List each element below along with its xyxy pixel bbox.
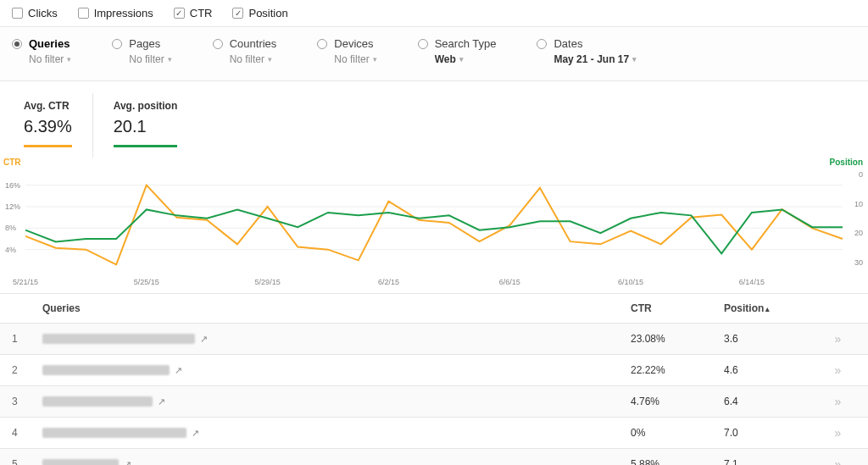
position-cell: 4.6 bbox=[724, 364, 817, 376]
position-cell: 6.4 bbox=[724, 396, 817, 407]
svg-text:5/25/15: 5/25/15 bbox=[134, 278, 159, 286]
dimension-label: Devices bbox=[334, 37, 373, 50]
svg-text:5/21/15: 5/21/15 bbox=[13, 278, 38, 286]
card-avg-position[interactable]: Avg. position 20.1 bbox=[93, 93, 198, 158]
radio-icon bbox=[317, 39, 327, 49]
table-row[interactable]: 3↗4.76%6.4» bbox=[0, 386, 868, 418]
radio-icon bbox=[112, 39, 122, 49]
position-cell: 7.0 bbox=[724, 427, 817, 439]
left-axis-label: CTR bbox=[3, 158, 21, 167]
sort-ascending-icon: ▴ bbox=[765, 305, 770, 313]
metric-impressions[interactable]: Impressions bbox=[78, 7, 153, 19]
table-header: Queries CTR Position▴ bbox=[0, 294, 868, 324]
metric-toggle-row: Clicks Impressions CTR Position bbox=[0, 0, 868, 27]
caret-down-icon: ▾ bbox=[168, 55, 172, 64]
dimension-label: Dates bbox=[554, 37, 582, 50]
svg-text:16%: 16% bbox=[5, 181, 20, 190]
dimension-filter[interactable]: No filter ▾ bbox=[112, 53, 171, 65]
dimension-filter[interactable]: May 21 - Jun 17 ▾ bbox=[537, 53, 637, 65]
caret-down-icon: ▾ bbox=[373, 55, 377, 64]
card-underline bbox=[114, 145, 178, 147]
expand-row-icon[interactable]: » bbox=[817, 395, 856, 408]
dimension-filter[interactable]: No filter ▾ bbox=[12, 53, 71, 65]
row-index: 5 bbox=[12, 458, 42, 465]
table-row[interactable]: 1↗23.08%3.6» bbox=[0, 324, 868, 355]
external-link-icon[interactable]: ↗ bbox=[175, 365, 182, 376]
query-cell[interactable]: ↗ bbox=[42, 334, 631, 345]
external-link-icon[interactable]: ↗ bbox=[158, 396, 165, 407]
query-cell[interactable]: ↗ bbox=[42, 428, 631, 439]
card-underline bbox=[24, 145, 72, 147]
radio-icon bbox=[12, 39, 22, 49]
radio-icon bbox=[537, 39, 547, 49]
svg-text:6/14/15: 6/14/15 bbox=[739, 278, 765, 286]
svg-text:6/10/15: 6/10/15 bbox=[618, 278, 643, 286]
expand-row-icon[interactable]: » bbox=[817, 363, 856, 377]
line-chart[interactable]: 4%8%12%16%01020305/21/155/25/155/29/156/… bbox=[3, 163, 865, 290]
dimension-search-type[interactable]: Search Type Web ▾ bbox=[418, 37, 497, 65]
col-queries[interactable]: Queries bbox=[42, 302, 631, 314]
dimension-devices[interactable]: Devices No filter ▾ bbox=[317, 37, 376, 65]
svg-text:0: 0 bbox=[859, 170, 863, 179]
dimension-label: Queries bbox=[29, 37, 70, 50]
query-text-redacted bbox=[42, 365, 170, 375]
dimension-label: Pages bbox=[129, 37, 160, 50]
metric-label: CTR bbox=[190, 7, 213, 19]
query-cell[interactable]: ↗ bbox=[42, 459, 631, 466]
ctr-cell: 22.22% bbox=[631, 364, 724, 376]
dimension-dates[interactable]: Dates May 21 - Jun 17 ▾ bbox=[537, 37, 637, 65]
position-series[interactable] bbox=[25, 209, 843, 253]
col-ctr[interactable]: CTR bbox=[631, 302, 724, 314]
dimension-pages[interactable]: Pages No filter ▾ bbox=[112, 37, 171, 65]
ctr-cell: 4.76% bbox=[631, 396, 724, 407]
metric-clicks[interactable]: Clicks bbox=[12, 7, 58, 19]
checkbox-icon bbox=[12, 8, 23, 19]
dimension-filter[interactable]: Web ▾ bbox=[418, 53, 497, 65]
checkbox-icon bbox=[174, 8, 185, 19]
expand-row-icon[interactable]: » bbox=[817, 332, 856, 346]
svg-text:8%: 8% bbox=[5, 224, 16, 232]
row-index: 2 bbox=[12, 364, 42, 376]
table-row[interactable]: 4↗0%7.0» bbox=[0, 418, 868, 449]
kpi-cards: Avg. CTR 6.39% Avg. position 20.1 bbox=[0, 81, 868, 158]
expand-row-icon[interactable]: » bbox=[817, 426, 856, 440]
row-index: 3 bbox=[12, 396, 42, 407]
query-text-redacted bbox=[42, 396, 153, 407]
query-text-redacted bbox=[42, 334, 195, 344]
ctr-cell: 23.08% bbox=[631, 333, 724, 345]
metric-ctr[interactable]: CTR bbox=[174, 7, 213, 19]
row-index: 1 bbox=[12, 333, 42, 345]
dimension-countries[interactable]: Countries No filter ▾ bbox=[213, 37, 277, 65]
card-title: Avg. CTR bbox=[24, 100, 72, 112]
external-link-icon[interactable]: ↗ bbox=[200, 334, 208, 345]
query-cell[interactable]: ↗ bbox=[42, 396, 631, 407]
expand-row-icon[interactable]: » bbox=[817, 457, 856, 465]
caret-down-icon: ▾ bbox=[67, 55, 71, 64]
checkbox-icon bbox=[232, 8, 243, 19]
dimension-queries[interactable]: Queries No filter ▾ bbox=[12, 37, 71, 65]
row-index: 4 bbox=[12, 427, 42, 439]
table-row[interactable]: 5↗5.88%7.1» bbox=[0, 449, 868, 465]
table-row[interactable]: 2↗22.22%4.6» bbox=[0, 355, 868, 386]
query-cell[interactable]: ↗ bbox=[42, 365, 631, 376]
card-avg-ctr[interactable]: Avg. CTR 6.39% bbox=[3, 93, 93, 158]
position-cell: 7.1 bbox=[724, 458, 817, 465]
dimension-label: Countries bbox=[230, 37, 277, 50]
svg-text:12%: 12% bbox=[5, 202, 20, 211]
chart-container: CTR Position 4%8%12%16%01020305/21/155/2… bbox=[0, 158, 868, 293]
metric-position[interactable]: Position bbox=[232, 7, 287, 19]
metric-label: Position bbox=[248, 7, 287, 19]
checkbox-icon bbox=[78, 8, 89, 19]
svg-text:20: 20 bbox=[854, 229, 863, 237]
dimension-filter[interactable]: No filter ▾ bbox=[213, 53, 277, 65]
radio-icon bbox=[213, 39, 223, 49]
external-link-icon[interactable]: ↗ bbox=[124, 459, 131, 466]
right-axis-label: Position bbox=[830, 158, 863, 167]
card-value: 6.39% bbox=[24, 117, 72, 136]
dimension-filter[interactable]: No filter ▾ bbox=[317, 53, 376, 65]
external-link-icon[interactable]: ↗ bbox=[192, 428, 199, 439]
caret-down-icon: ▾ bbox=[459, 55, 464, 64]
radio-icon bbox=[418, 39, 428, 49]
caret-down-icon: ▾ bbox=[632, 55, 637, 64]
col-position[interactable]: Position▴ bbox=[724, 302, 817, 314]
